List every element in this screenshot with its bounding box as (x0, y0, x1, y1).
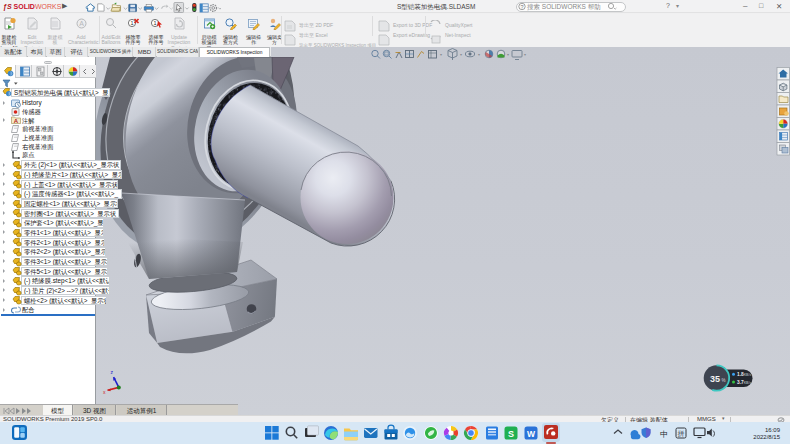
svg-text:▾: ▾ (460, 52, 462, 57)
svg-text:3.7KB/s: 3.7KB/s (737, 380, 752, 385)
svg-text:35: 35 (710, 374, 720, 384)
svg-text:A: A (79, 20, 84, 27)
svg-text:1: 1 (130, 20, 133, 26)
svg-text:16:09: 16:09 (765, 427, 781, 433)
svg-text:▾: ▾ (524, 52, 526, 57)
svg-text:2022/8/15: 2022/8/15 (753, 434, 780, 440)
svg-text:1.8KB/s: 1.8KB/s (737, 372, 752, 377)
svg-text:1: 1 (153, 20, 156, 26)
svg-text:▾: ▾ (478, 52, 480, 57)
svg-text:S: S (508, 429, 514, 439)
svg-text:z: z (111, 369, 114, 375)
svg-text:▾: ▾ (440, 52, 442, 57)
svg-text:%: % (722, 378, 726, 383)
svg-text:▾: ▾ (507, 52, 509, 57)
svg-text:W: W (527, 429, 536, 439)
svg-text:拼: 拼 (678, 430, 685, 437)
svg-text:中: 中 (660, 430, 668, 439)
svg-text:x: x (103, 389, 106, 395)
svg-text:?: ? (520, 4, 523, 10)
